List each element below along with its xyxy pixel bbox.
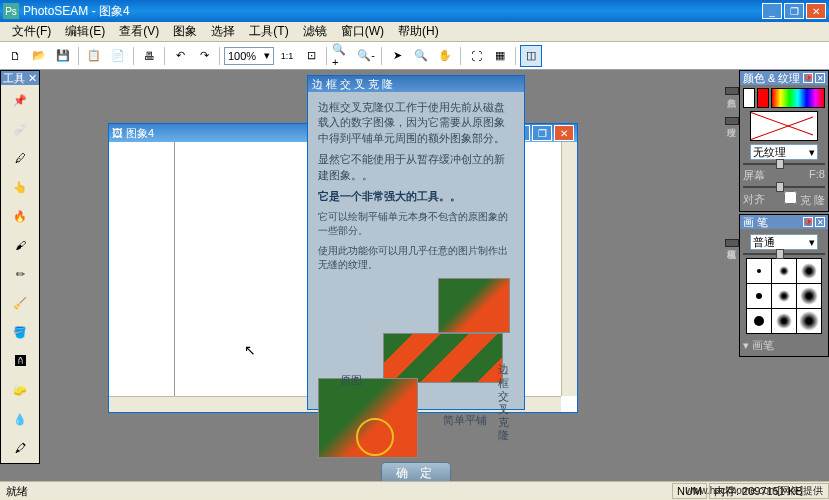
- print-button[interactable]: 🖶: [138, 45, 160, 67]
- magnifier-tool[interactable]: 🔍: [410, 45, 432, 67]
- dialog-text-3: 它是一个非常强大的工具。。: [318, 189, 514, 204]
- title-bar: Ps PhotoSEAM - 图象4 _ ❐ ✕: [0, 0, 829, 22]
- menu-window[interactable]: 窗口(W): [335, 21, 390, 42]
- toolbox-title: 工具✕: [1, 71, 39, 85]
- brush-pin-icon[interactable]: 📌: [803, 217, 813, 227]
- menu-file[interactable]: 文件(F): [6, 21, 57, 42]
- crop-tool[interactable]: ⛶: [465, 45, 487, 67]
- zoom-input[interactable]: 100%▾: [224, 47, 274, 65]
- menu-edit[interactable]: 编辑(E): [59, 21, 111, 42]
- stamp-tool[interactable]: 🖊: [2, 144, 38, 172]
- menu-tools[interactable]: 工具(T): [243, 21, 294, 42]
- panel-close-icon[interactable]: ✕: [815, 73, 825, 83]
- color-panel: 颜色 纹理 颜色 & 纹理 📌✕ 无纹理▾ 屏幕F:8 对齐 克 隆: [739, 70, 829, 212]
- canvas-maximize[interactable]: ❐: [532, 125, 552, 141]
- label-simple-tile: 简单平铺: [443, 413, 487, 428]
- copy-button[interactable]: 📋: [83, 45, 105, 67]
- minimize-button[interactable]: _: [762, 3, 782, 19]
- clone-dialog: 边框交叉克隆 边框交叉克隆仅工作于使用先前从磁盘载入的数字图像，因为它需要从原图…: [307, 75, 525, 410]
- grid-tool[interactable]: ▦: [489, 45, 511, 67]
- clone-tool[interactable]: 📌: [2, 86, 38, 114]
- undo-button[interactable]: ↶: [169, 45, 191, 67]
- menu-filter[interactable]: 滤镜: [297, 21, 333, 42]
- texture-preview[interactable]: [750, 111, 818, 141]
- color-spectrum[interactable]: [771, 88, 825, 108]
- app-title: PhotoSEAM - 图象4: [23, 3, 762, 20]
- brush-preset-8[interactable]: [772, 309, 796, 333]
- zoom-in-button[interactable]: 🔍+: [331, 45, 353, 67]
- heal-tool[interactable]: 🩹: [2, 115, 38, 143]
- menu-view[interactable]: 查看(V): [113, 21, 165, 42]
- opacity-slider[interactable]: [743, 163, 825, 165]
- foreground-swatch[interactable]: [743, 88, 755, 108]
- illustration-clone: [438, 278, 510, 333]
- color-side-tab[interactable]: 颜色: [725, 87, 739, 95]
- spray-tool[interactable]: 🖍: [2, 434, 38, 462]
- redo-button[interactable]: ↷: [193, 45, 215, 67]
- menu-help[interactable]: 帮助(H): [392, 21, 445, 42]
- right-panels: 颜色 纹理 颜色 & 纹理 📌✕ 无纹理▾ 屏幕F:8 对齐 克 隆: [739, 70, 829, 357]
- hand-tool[interactable]: ✋: [434, 45, 456, 67]
- brush-preset-9[interactable]: [797, 309, 821, 333]
- align-label: 对齐: [743, 192, 765, 207]
- dialog-text-4: 它可以绘制平铺单元本身不包含的原图象的一些部分。: [318, 210, 514, 238]
- ratio-slider[interactable]: [743, 186, 825, 188]
- background-swatch[interactable]: [757, 88, 769, 108]
- brush-preset-3[interactable]: [797, 259, 821, 283]
- cursor-icon: ↖: [244, 342, 256, 358]
- fill-tool[interactable]: 🪣: [2, 318, 38, 346]
- brush-panel: 模板画笔 画 笔 📌✕ 普通▾ ▾ 画笔: [739, 214, 829, 357]
- burn-tool[interactable]: 🔥: [2, 202, 38, 230]
- menu-image[interactable]: 图象: [167, 21, 203, 42]
- brush-preset-7[interactable]: [747, 309, 771, 333]
- close-button[interactable]: ✕: [806, 3, 826, 19]
- clean-tool[interactable]: 🧽: [2, 376, 38, 404]
- new-button[interactable]: 🗋: [4, 45, 26, 67]
- zoom-actual-button[interactable]: ⊡: [300, 45, 322, 67]
- brush-section-label[interactable]: 画笔: [752, 339, 774, 351]
- eraser-tool[interactable]: 🧹: [2, 289, 38, 317]
- menu-select[interactable]: 选择: [205, 21, 241, 42]
- dialog-text-1: 边框交叉克隆仅工作于使用先前从磁盘载入的数字图像，因为它需要从原图象中得到平铺单…: [318, 100, 514, 146]
- label-border-clone: 边框 交叉 克隆: [498, 363, 514, 442]
- open-button[interactable]: 📂: [28, 45, 50, 67]
- brush-grid: [746, 258, 822, 334]
- dialog-illustration: 原图 简单平铺 边框 交叉 克隆: [318, 278, 514, 458]
- tile-preview-tool[interactable]: ◫: [520, 45, 542, 67]
- text-tool[interactable]: 🅰: [2, 347, 38, 375]
- texture-dropdown[interactable]: 无纹理▾: [750, 144, 818, 160]
- brush-preset-6[interactable]: [797, 284, 821, 308]
- dialog-title[interactable]: 边框交叉克隆: [308, 76, 524, 92]
- texture-side-tab[interactable]: 纹理: [725, 117, 739, 125]
- pencil-tool[interactable]: ✏: [2, 260, 38, 288]
- zoom-out-button[interactable]: 🔍-: [355, 45, 377, 67]
- brush-panel-title: 画 笔 📌✕: [740, 215, 828, 229]
- watermark: www.hackhome.com[网侠]提供: [686, 484, 823, 498]
- maximize-button[interactable]: ❐: [784, 3, 804, 19]
- brush-tool[interactable]: 🖌: [2, 231, 38, 259]
- paste-button[interactable]: 📄: [107, 45, 129, 67]
- save-button[interactable]: 💾: [52, 45, 74, 67]
- droplet-tool[interactable]: 💧: [2, 405, 38, 433]
- vertical-scrollbar[interactable]: [561, 142, 577, 396]
- color-panel-title: 颜色 & 纹理 📌✕: [740, 71, 828, 85]
- brush-size-slider[interactable]: [743, 253, 825, 255]
- smudge-tool[interactable]: 👆: [2, 173, 38, 201]
- dialog-text-2: 显然它不能使用于从暂存缓冲创立的新建图象。。: [318, 152, 514, 183]
- brush-preset-4[interactable]: [747, 284, 771, 308]
- brush-preset-1[interactable]: [747, 259, 771, 283]
- pointer-tool[interactable]: ➤: [386, 45, 408, 67]
- brush-close-icon[interactable]: ✕: [815, 217, 825, 227]
- status-text: 就绪: [0, 484, 34, 499]
- brush-side-tab[interactable]: 模板画笔: [725, 239, 739, 247]
- brush-preset-2[interactable]: [772, 259, 796, 283]
- brush-mode-dropdown[interactable]: 普通▾: [750, 234, 818, 250]
- canvas-close[interactable]: ✕: [554, 125, 574, 141]
- panel-pin-icon[interactable]: 📌: [803, 73, 813, 83]
- brush-preset-5[interactable]: [772, 284, 796, 308]
- screen-label: 屏幕: [743, 168, 765, 183]
- illustration-tile: [383, 333, 503, 383]
- toolbox: 工具✕ 📌 🩹 🖊 👆 🔥 🖌 ✏ 🧹 🪣 🅰 🧽 💧 🖍: [0, 70, 40, 464]
- clone-checkbox[interactable]: [784, 191, 797, 204]
- zoom-fit-button[interactable]: 1:1: [276, 45, 298, 67]
